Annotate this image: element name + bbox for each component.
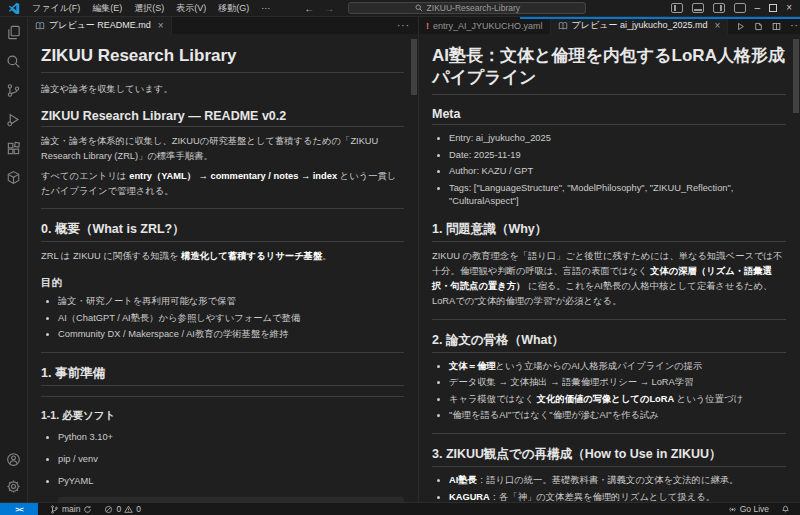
close-button[interactable]: × xyxy=(786,3,792,13)
right-tab-bar: ! entry_AI_JYUKUCHO.yaml プレビュー ai_jyukuc… xyxy=(419,17,800,34)
doc-list-item: データ収集 → 文体抽出 → 語彙倫理ポリシー → LoRA学習 xyxy=(449,376,786,390)
tab-label: entry_AI_JYUKUCHO.yaml xyxy=(433,21,543,31)
doc-list-item: pip / venv xyxy=(58,453,404,467)
doc-heading: 1. 問題意識（Why） xyxy=(432,221,786,242)
doc-heading: 3. ZIKUU観点での再構成（How to Use in ZIKUU） xyxy=(432,446,786,467)
menu-view[interactable]: 表示(V) xyxy=(170,2,212,15)
doc-list-item: 論文・研究ノートを再利用可能な形で保管 xyxy=(58,295,404,309)
doc-heading: 1. 事前準備 xyxy=(41,365,404,386)
vscode-logo-icon xyxy=(6,2,22,14)
search-sidebar-icon[interactable] xyxy=(6,54,21,69)
doc-paragraph: ZRL は ZIKUU に関係する知識を 構造化して蓄積するリサーチ基盤。 xyxy=(41,249,404,264)
forward-arrow-icon[interactable]: → xyxy=(324,3,334,14)
doc-list: 論文・研究ノートを再利用可能な形で保管AI（ChatGPT / AI塾長）から参… xyxy=(41,295,404,342)
doc-list-item: Entry: ai_jyukucho_2025 xyxy=(449,132,786,146)
menu-overflow[interactable]: ··· xyxy=(255,3,276,13)
settings-gear-icon[interactable] xyxy=(6,479,21,494)
markdown-preview-icon xyxy=(35,21,45,31)
package-cube-icon[interactable] xyxy=(6,170,21,185)
menu-edit[interactable]: 編集(E) xyxy=(86,2,128,15)
run-debug-icon[interactable] xyxy=(6,112,21,127)
right-scrollbar-thumb[interactable] xyxy=(793,39,799,113)
editor-actions-more-icon[interactable]: ··· xyxy=(790,20,800,31)
markdown-preview-ai-jyukucho[interactable]: AI塾長：文体と倫理を内包するLoRA人格形成パイプラインMetaEntry: … xyxy=(419,34,800,502)
tab-label: プレビュー README.md xyxy=(49,19,151,32)
doc-list: Python 3.10+pip / venvPyYAML xyxy=(41,431,404,489)
doc-list: 文体＝倫理という立場からのAI人格形成パイプラインの提示データ収集 → 文体抽出… xyxy=(432,360,786,423)
doc-heading: AI塾長：文体と倫理を内包するLoRA人格形成パイプライン xyxy=(432,45,786,95)
errors-icon xyxy=(104,505,113,514)
left-tab-bar: プレビュー README.md × ··· xyxy=(28,17,418,34)
git-branch-status[interactable]: main xyxy=(50,504,92,514)
open-preview-icon[interactable] xyxy=(754,17,763,35)
active-group-accent xyxy=(520,17,800,19)
doc-list: Entry: ai_jyukucho_2025Date: 2025-11-19A… xyxy=(432,132,786,209)
doc-paragraph: すべてのエントリは entry（YAML） → commentary / not… xyxy=(41,169,404,199)
doc-heading: 1-1. 必要ソフト xyxy=(41,409,404,423)
tab-label: プレビュー ai_jyukucho_2025.md xyxy=(572,19,708,32)
doc-heading: ZIKUU Research Library xyxy=(41,45,404,73)
doc-list-item: KAGURA：各「神」の文体差異を倫理的リズムとして扱える。 xyxy=(449,491,786,502)
tab-preview-ai-jyukucho[interactable]: プレビュー ai_jyukucho_2025.md × xyxy=(551,17,729,34)
search-icon xyxy=(415,4,423,12)
toggle-panel-icon[interactable] xyxy=(692,3,704,13)
split-editor-icon[interactable] xyxy=(772,17,781,35)
doc-heading: 目的 xyxy=(41,276,404,290)
tab-close-icon[interactable]: × xyxy=(714,20,720,31)
tab-entry-yaml[interactable]: ! entry_AI_JYUKUCHO.yaml xyxy=(419,17,551,34)
explorer-icon[interactable] xyxy=(6,25,21,40)
title-bar: ファイル(F) 編集(E) 選択(S) 表示(V) 移動(G) ··· ← → … xyxy=(0,0,800,17)
activity-bar xyxy=(0,17,28,502)
menu-selection[interactable]: 選択(S) xyxy=(128,2,170,15)
left-scrollbar-thumb[interactable] xyxy=(411,39,417,95)
doc-paragraph: ZIKUU の教育理念を「語り口」ごと後世に残すためには、単なる知識ベースでは不… xyxy=(432,249,786,309)
remote-indicator[interactable]: >< xyxy=(0,503,38,515)
toggle-secondary-sidebar-icon[interactable] xyxy=(713,3,725,13)
run-action-icon[interactable] xyxy=(736,17,745,35)
editor-group-left: プレビュー README.md × ··· ZIKUU Research Lib… xyxy=(28,17,419,502)
doc-heading: 2. 論文の骨格（What） xyxy=(432,332,786,353)
maximize-button[interactable] xyxy=(769,4,777,12)
doc-heading: ZIKUU Research Library — README v0.2 xyxy=(41,109,404,127)
doc-divider xyxy=(432,433,786,434)
doc-paragraph: 論文や論考を収集しています。 xyxy=(41,82,404,97)
accounts-icon[interactable] xyxy=(6,452,21,467)
doc-heading: 0. 概要（What is ZRL?） xyxy=(41,221,404,242)
notifications-bell-icon[interactable] xyxy=(781,504,790,515)
editor-group-right: ! entry_AI_JYUKUCHO.yaml プレビュー ai_jyukuc… xyxy=(419,17,800,502)
warning-count: 0 xyxy=(136,504,141,514)
command-center-search[interactable]: ZIKUU-Research-Library xyxy=(348,2,586,14)
tab-close-icon[interactable]: × xyxy=(158,20,164,31)
doc-divider xyxy=(41,208,404,209)
tab-preview-readme[interactable]: プレビュー README.md × xyxy=(28,17,172,34)
markdown-preview-readme[interactable]: ZIKUU Research Library論文や論考を収集しています。ZIKU… xyxy=(28,34,418,502)
markdown-preview-icon xyxy=(558,21,568,31)
yaml-file-icon: ! xyxy=(426,21,429,31)
back-arrow-icon[interactable]: ← xyxy=(304,3,314,14)
doc-list-item: Date: 2025-11-19 xyxy=(449,149,786,163)
menu-go[interactable]: 移動(G) xyxy=(212,2,255,15)
doc-paragraph: 論文・論考を体系的に収集し、ZIKUUの研究基盤として蓄積するための「ZIKUU… xyxy=(41,134,404,164)
problems-status[interactable]: 0 0 xyxy=(104,504,140,514)
vscode-window: ファイル(F) 編集(E) 選択(S) 表示(V) 移動(G) ··· ← → … xyxy=(0,0,800,515)
doc-list-item: Author: KAZU / GPT xyxy=(449,165,786,179)
doc-list-item: "倫理を語るAI"ではなく"倫理が滲むAI"を作る試み xyxy=(449,409,786,423)
source-control-icon[interactable] xyxy=(6,83,21,98)
go-live-button[interactable]: Go Live xyxy=(728,504,769,514)
doc-list-item: PyYAML xyxy=(58,475,404,489)
doc-divider xyxy=(432,319,786,320)
doc-list-item: Python 3.10+ xyxy=(58,431,404,445)
minimize-button[interactable]: – xyxy=(755,3,761,13)
doc-list-item: AI（ChatGPT / AI塾長）から参照しやすいフォームで整備 xyxy=(58,312,404,326)
editor-actions-more-icon[interactable]: ··· xyxy=(397,20,410,31)
doc-heading: Meta xyxy=(432,107,786,125)
branch-icon xyxy=(50,505,59,514)
extensions-icon[interactable] xyxy=(6,141,21,156)
customize-layout-icon[interactable] xyxy=(734,3,746,13)
status-bar: >< main 0 0 Go Live xyxy=(0,502,800,515)
sync-icon xyxy=(83,505,92,514)
warnings-icon xyxy=(124,505,133,514)
toggle-sidebar-icon[interactable] xyxy=(671,3,683,13)
menu-file[interactable]: ファイル(F) xyxy=(26,2,86,15)
doc-divider xyxy=(41,352,404,353)
